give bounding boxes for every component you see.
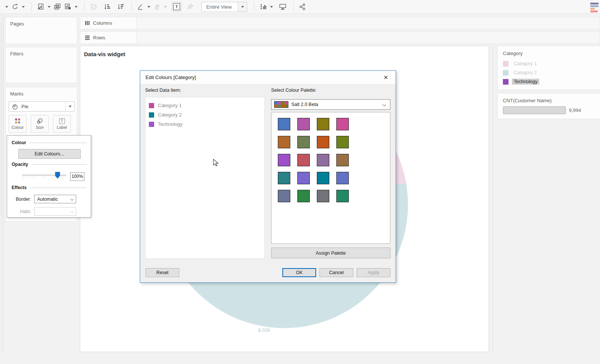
- palette-swatch[interactable]: [317, 172, 329, 184]
- label-button[interactable]: T Label: [53, 115, 71, 133]
- border-label: Border:: [12, 197, 31, 202]
- pages-shelf[interactable]: Pages: [5, 17, 77, 44]
- collapsed-data-pane[interactable]: [0, 14, 3, 352]
- legend-item[interactable]: Technology: [498, 77, 600, 86]
- duplicate-sheet-icon[interactable]: [53, 2, 62, 11]
- clear-sheet-icon[interactable]: [63, 2, 72, 11]
- size-button-label: Size: [36, 125, 44, 130]
- swap-rows-columns-icon[interactable]: [89, 2, 98, 11]
- sort-descending-icon[interactable]: [116, 2, 125, 11]
- show-me-mini-caret-icon[interactable]: [270, 6, 273, 8]
- legend-title: Category: [498, 46, 600, 59]
- palette-swatch[interactable]: [278, 136, 290, 148]
- palette-swatch[interactable]: [317, 136, 329, 148]
- apply-button[interactable]: Apply: [357, 268, 390, 277]
- label-button-label: Label: [57, 125, 67, 130]
- select-data-item-label: Select Data Item:: [145, 88, 181, 93]
- legend-swatch: [503, 79, 508, 85]
- opacity-slider[interactable]: [22, 172, 66, 181]
- refresh-icon[interactable]: [10, 2, 20, 11]
- paperclip-caret-icon[interactable]: [164, 6, 167, 8]
- rows-label: Rows: [93, 35, 105, 40]
- data-item-list[interactable]: Category 1Category 2Technology: [145, 97, 265, 259]
- toolbar-separator: [131, 2, 132, 12]
- halo-dropdown[interactable]: [34, 207, 76, 216]
- pin-icon[interactable]: [186, 2, 195, 11]
- palette-swatch[interactable]: [297, 154, 310, 166]
- data-item-row[interactable]: Category 2: [146, 110, 264, 119]
- border-value: Automatic: [37, 197, 58, 202]
- palette-swatch[interactable]: [317, 190, 329, 202]
- palette-swatch[interactable]: [297, 190, 310, 202]
- show-me-mini-icon[interactable]: [259, 2, 268, 11]
- palette-dropdown[interactable]: Salt 2.0 Beta: [271, 99, 390, 110]
- palette-swatch[interactable]: [317, 154, 329, 166]
- mark-type-caret[interactable]: [65, 102, 74, 111]
- opacity-value[interactable]: 100%: [70, 172, 84, 181]
- data-item-row[interactable]: Technology: [146, 119, 264, 129]
- colour-options-popup: Colour Edit Colours... Opacity 100% Effe…: [7, 135, 91, 218]
- colour-button[interactable]: Colour: [9, 115, 27, 133]
- opacity-section-label: Opacity: [12, 162, 28, 167]
- new-worksheet-icon[interactable]: [36, 2, 45, 11]
- palette-swatch[interactable]: [317, 118, 329, 130]
- fit-selector[interactable]: Entire View: [201, 2, 247, 12]
- undo-caret-icon[interactable]: [5, 6, 8, 8]
- palette-swatch[interactable]: [278, 190, 290, 202]
- palette-swatch[interactable]: [278, 172, 290, 184]
- new-worksheet-caret-icon[interactable]: [48, 6, 51, 8]
- show-me-panel-icon[interactable]: [590, 3, 600, 13]
- palette-swatch[interactable]: [336, 154, 349, 166]
- palette-swatch[interactable]: [297, 118, 310, 130]
- sort-ascending-icon[interactable]: [103, 2, 112, 11]
- palette-swatch[interactable]: [336, 136, 349, 148]
- show-mark-labels-button[interactable]: T: [171, 1, 182, 12]
- palette-swatch[interactable]: [297, 172, 310, 184]
- presentation-mode-icon[interactable]: [278, 2, 287, 11]
- reset-button[interactable]: Reset: [146, 268, 179, 277]
- pages-label: Pages: [6, 17, 77, 27]
- effects-section-label: Effects: [12, 185, 27, 190]
- palette-chevron-icon: [382, 103, 386, 106]
- rows-drop-area[interactable]: [136, 32, 600, 43]
- size-button[interactable]: Size: [31, 115, 49, 133]
- halo-chevron-icon: [70, 210, 74, 213]
- ok-button[interactable]: OK: [282, 268, 316, 277]
- toolbar-separator: [254, 2, 254, 12]
- dialog-titlebar[interactable]: Edit Colours [Category] ✕: [140, 71, 396, 84]
- columns-shelf[interactable]: Columns: [80, 17, 600, 29]
- share-icon[interactable]: [298, 2, 307, 11]
- legend-item[interactable]: Category 2: [498, 68, 600, 77]
- highlight-caret-icon[interactable]: [147, 6, 150, 8]
- legend-item[interactable]: Category 1: [498, 59, 600, 68]
- toolbar-separator: [32, 2, 32, 12]
- close-icon[interactable]: ✕: [381, 73, 390, 82]
- toolbar: T Entire View: [0, 0, 600, 14]
- refresh-caret-icon[interactable]: [22, 6, 25, 8]
- fit-selector-caret[interactable]: [238, 2, 247, 12]
- palette-swatch[interactable]: [278, 118, 290, 130]
- colour-dots-icon: [14, 118, 21, 124]
- mark-type-dropdown[interactable]: Pie: [9, 101, 75, 112]
- filters-shelf[interactable]: Filters: [5, 47, 77, 83]
- palette-swatch[interactable]: [336, 190, 349, 202]
- highlight-pen-icon[interactable]: [136, 2, 145, 11]
- size-legend-slider[interactable]: [503, 106, 566, 114]
- cancel-button[interactable]: Cancel: [320, 268, 353, 277]
- palette-swatch[interactable]: [336, 172, 349, 184]
- data-item-label: Category 1: [158, 103, 182, 108]
- palette-grid: [278, 118, 390, 202]
- paperclip-icon[interactable]: [153, 2, 162, 11]
- assign-palette-button[interactable]: Assign Palette: [271, 248, 390, 258]
- rows-shelf[interactable]: Rows: [80, 31, 600, 44]
- border-dropdown[interactable]: Automatic: [34, 195, 76, 203]
- clear-sheet-caret-icon[interactable]: [75, 6, 78, 8]
- palette-swatch[interactable]: [297, 136, 310, 148]
- data-item-label: Technology: [158, 121, 183, 127]
- columns-drop-area[interactable]: [136, 17, 600, 29]
- data-item-row[interactable]: Category 1: [146, 101, 264, 110]
- marks-label: Marks: [6, 87, 77, 97]
- edit-colours-button[interactable]: Edit Colours...: [18, 149, 81, 159]
- palette-swatch[interactable]: [336, 118, 349, 130]
- palette-swatch[interactable]: [278, 154, 290, 166]
